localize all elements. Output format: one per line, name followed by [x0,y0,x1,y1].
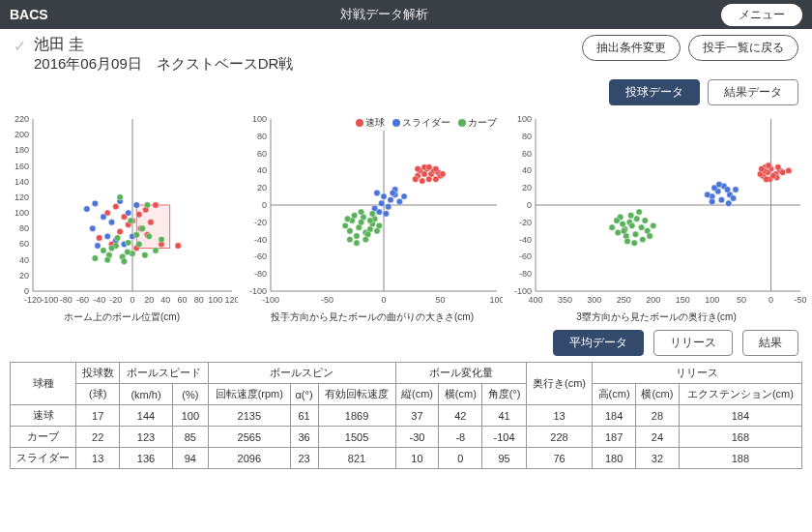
svg-point-57 [133,202,139,208]
svg-point-148 [369,211,375,217]
svg-point-204 [724,187,730,192]
th-spin: ボールスピン [208,363,395,384]
svg-text:40: 40 [257,165,267,175]
svg-point-71 [133,232,139,238]
svg-text:-20: -20 [109,295,122,305]
th-release: リリース [593,363,802,384]
svg-point-43 [96,235,102,241]
svg-text:-80: -80 [60,295,72,305]
svg-point-117 [426,164,432,170]
svg-point-195 [733,187,739,192]
svg-point-200 [718,196,724,202]
svg-text:0: 0 [768,295,773,305]
svg-text:-20: -20 [254,218,267,227]
svg-text:-40: -40 [93,295,105,305]
svg-text:200: 200 [14,130,29,139]
svg-point-111 [420,178,425,184]
svg-point-188 [766,163,771,168]
svg-text:20: 20 [19,271,29,281]
svg-text:-40: -40 [519,235,532,245]
stats-table: 球種 投球数 ボールスピード ボールスピン ボール変化量 奥行き(cm) リリー… [10,362,802,469]
svg-point-192 [759,165,765,171]
svg-point-150 [358,209,363,215]
svg-text:220: 220 [14,114,29,124]
svg-point-42 [175,243,181,249]
svg-point-208 [651,222,656,228]
svg-text:-60: -60 [519,251,532,261]
svg-point-47 [92,200,98,206]
svg-text:80: 80 [522,132,532,141]
svg-text:60: 60 [257,149,267,159]
svg-point-229 [621,228,626,234]
tab-result[interactable]: 結果 [742,330,798,356]
svg-text:80: 80 [194,295,204,305]
svg-text:160: 160 [14,162,29,171]
svg-point-78 [104,256,110,262]
svg-point-210 [638,224,644,230]
svg-point-30 [113,203,119,209]
svg-text:-80: -80 [254,269,267,279]
svg-text:-40: -40 [254,235,267,245]
tab-release[interactable]: リリース [653,330,733,356]
change-filter-button[interactable]: 抽出条件変更 [582,35,681,61]
svg-point-69 [159,236,164,242]
svg-text:0: 0 [381,295,386,305]
svg-point-225 [624,238,630,244]
svg-point-56 [126,210,131,216]
svg-point-40 [117,228,123,234]
svg-point-48 [101,214,106,220]
svg-text:200: 200 [646,295,660,305]
svg-point-73 [128,218,133,223]
chart-break: 速球 スライダー カーブ -100-80-60-40-2002040608010… [242,113,503,324]
tab-avg[interactable]: 平均データ [553,330,644,356]
svg-point-50 [108,220,114,225]
svg-text:-80: -80 [519,269,532,279]
chart1-xlabel: ホーム上のボール位置(cm) [6,310,238,324]
svg-text:-100: -100 [262,295,279,305]
tab-pitch-data[interactable]: 投球データ [609,79,700,105]
svg-text:-120: -120 [24,295,42,305]
back-list-button[interactable]: 投手一覧に戻る [688,35,798,61]
menu-button[interactable]: メニュー [721,4,802,26]
legend-dot-slider [392,119,400,127]
svg-point-59 [101,248,106,253]
svg-text:100: 100 [517,114,532,124]
table-row: スライダー1313694209623821100957618032188 [11,448,802,469]
svg-point-139 [342,222,348,228]
svg-point-63 [126,240,131,246]
svg-point-72 [139,225,145,231]
svg-text:20: 20 [522,183,532,192]
tab-result-data[interactable]: 結果データ [708,79,798,105]
svg-point-33 [136,212,142,218]
svg-point-191 [763,176,768,182]
svg-point-77 [125,249,130,254]
legend-dot-curve [458,119,466,127]
svg-point-120 [381,193,387,199]
svg-point-109 [433,165,439,171]
svg-point-134 [347,228,353,234]
svg-text:100: 100 [252,114,267,124]
svg-point-76 [108,245,114,251]
svg-point-217 [627,212,633,218]
svg-point-193 [775,164,781,170]
svg-point-129 [376,209,382,215]
page-title: 対戦データ解析 [48,6,721,23]
charts-row: 020406080100120140160180200220-120-100-8… [0,109,812,324]
svg-text:-50: -50 [794,295,806,305]
svg-point-211 [632,231,638,237]
svg-point-66 [142,252,148,258]
legend-dot-fast [356,119,363,127]
svg-text:150: 150 [676,295,690,305]
topbar: BACS 対戦データ解析 メニュー [0,0,812,29]
svg-text:0: 0 [262,200,267,210]
th-count: 投球数 [76,363,120,384]
svg-text:60: 60 [19,239,29,249]
svg-point-112 [440,171,446,177]
svg-point-146 [362,236,368,242]
svg-point-52 [104,233,110,239]
svg-point-128 [401,193,407,199]
svg-point-118 [378,200,384,206]
svg-point-201 [726,200,732,206]
table-row: カーブ22123852565361505-30-8-10422818724168 [11,427,802,448]
svg-point-149 [347,236,353,242]
